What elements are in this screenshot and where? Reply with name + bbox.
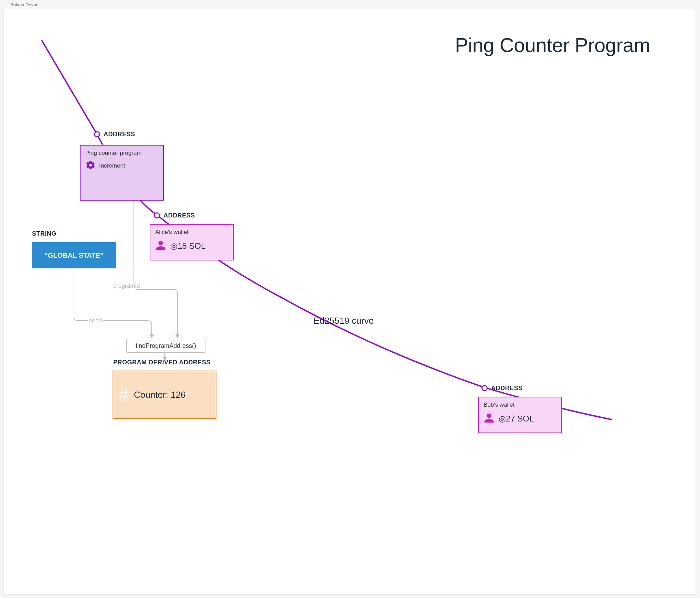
find-fn-label: findProgramAddress() [136, 342, 196, 350]
program-action-label: Increment [99, 162, 125, 169]
program-box-title: Ping counter program [85, 150, 158, 157]
pda-label: PROGRAM DERIVED ADDRESS [113, 359, 211, 366]
bob-wallet-title: Bob's wallet [484, 402, 556, 408]
address-label-program: ADDRESS [104, 131, 135, 138]
curve-label: Ed25519 curve [314, 316, 374, 326]
string-value: "GLOBAL STATE" [44, 252, 103, 259]
address-dot-alice [154, 212, 160, 218]
address-dot-bob [481, 385, 488, 391]
hash-icon: # [113, 385, 134, 404]
program-action-row: Increment [85, 160, 158, 172]
counter-text: Counter: 126 [134, 389, 185, 400]
address-label-bob: ADDRESS [491, 385, 523, 392]
alice-wallet-box: Alice's wallet ◎15 SOL [150, 224, 234, 260]
counter-box: # Counter: 126 [113, 371, 216, 419]
bob-wallet-row: ◎27 SOL [484, 413, 556, 425]
alice-wallet-row: ◎15 SOL [155, 240, 228, 252]
diagram-title: Ping Counter Program [455, 33, 650, 56]
page-label: Solana Devnet [10, 2, 40, 7]
svg-layer [4, 9, 695, 594]
arrow-seed-head [149, 334, 154, 339]
arrow-programid [133, 200, 178, 335]
bob-balance: ◎27 SOL [499, 414, 534, 424]
alice-wallet-title: Alice's wallet [155, 229, 228, 236]
arrow-seed [74, 268, 152, 335]
diagram-canvas: Ping Counter Program Ed25519 curve ADDRE… [3, 9, 695, 595]
bob-wallet-box: Bob's wallet ◎27 SOL [478, 397, 562, 433]
find-program-address-box: findProgramAddress() [126, 339, 205, 353]
arrow-programid-head [175, 334, 180, 339]
user-icon [155, 240, 166, 252]
gear-icon [85, 160, 96, 172]
string-box: "GLOBAL STATE" [32, 242, 116, 268]
address-dot-program [94, 131, 100, 137]
address-label-alice: ADDRESS [163, 212, 195, 219]
seed-path-label: seed [88, 317, 103, 324]
string-label: STRING [32, 230, 56, 237]
alice-balance: ◎15 SOL [170, 241, 205, 251]
user-icon [484, 413, 495, 425]
programid-path-label: programId [112, 282, 141, 289]
program-box: Ping counter program Increment [80, 145, 164, 201]
